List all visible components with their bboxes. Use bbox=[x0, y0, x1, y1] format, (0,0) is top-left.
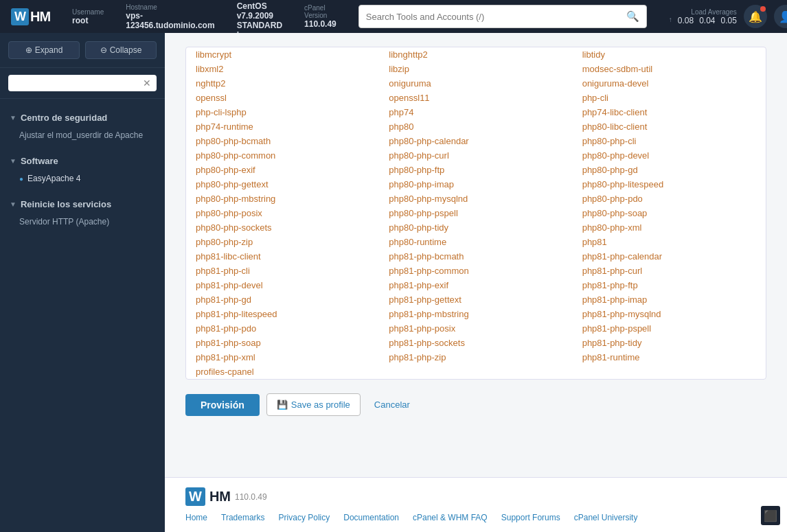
package-link[interactable]: php81-php-pdo bbox=[196, 323, 256, 334]
package-link[interactable]: php80-php-sockets bbox=[196, 222, 272, 233]
footer-link[interactable]: Documentation bbox=[343, 513, 399, 522]
package-link[interactable]: php80-php-mbstring bbox=[196, 194, 275, 204]
package-link[interactable]: php80-runtime bbox=[389, 237, 446, 247]
chevron-down-icon-2: ▼ bbox=[10, 157, 16, 165]
package-link[interactable]: php81-php-imap bbox=[582, 294, 648, 305]
provision-button[interactable]: Provisión bbox=[185, 394, 260, 416]
package-link[interactable]: php81-libc-client bbox=[196, 251, 261, 262]
package-link[interactable]: php80-php-pdo bbox=[582, 194, 643, 204]
package-link[interactable]: oniguruma bbox=[389, 78, 431, 89]
package-link[interactable]: libnghttp2 bbox=[389, 49, 427, 60]
package-link[interactable]: php80-php-imap bbox=[389, 179, 454, 189]
package-link[interactable]: openssl11 bbox=[389, 93, 429, 103]
package-link[interactable]: oniguruma-devel bbox=[582, 78, 649, 89]
package-link[interactable]: php80-libc-client bbox=[582, 122, 648, 132]
package-link[interactable]: profiles-cpanel bbox=[196, 367, 254, 377]
package-link[interactable]: php81-php-posix bbox=[389, 323, 455, 334]
package-link[interactable]: libtidy bbox=[582, 49, 605, 60]
package-link[interactable]: php80-php-bcmath bbox=[196, 136, 271, 146]
package-link[interactable]: php80-php-zip bbox=[196, 237, 253, 247]
sidebar-item-mod-userdir[interactable]: Ajustar el mod_userdir de Apache bbox=[0, 127, 165, 143]
package-link[interactable]: php80-php-exif bbox=[196, 165, 255, 175]
package-link[interactable]: php74 bbox=[389, 107, 413, 117]
package-link[interactable]: php81-php-bcmath bbox=[389, 251, 464, 262]
cancel-button[interactable]: Cancelar bbox=[367, 394, 417, 415]
package-link[interactable]: php81-php-ftp bbox=[582, 280, 638, 290]
package-link[interactable]: php81 bbox=[582, 237, 607, 247]
package-cell: php81-php-xml bbox=[186, 350, 379, 365]
package-link[interactable]: php81-php-calendar bbox=[582, 251, 662, 262]
package-link[interactable]: php74-runtime bbox=[196, 122, 253, 132]
footer-link[interactable]: Trademarks bbox=[221, 513, 265, 522]
package-link[interactable]: php81-php-gettext bbox=[389, 294, 461, 305]
package-link[interactable]: php80-php-cli bbox=[582, 136, 637, 146]
package-link[interactable]: php80-php-curl bbox=[389, 150, 448, 161]
package-link[interactable]: php80 bbox=[389, 122, 413, 132]
package-link[interactable]: php81-php-devel bbox=[196, 280, 263, 290]
footer-link[interactable]: cPanel University bbox=[574, 513, 638, 522]
corner-icon[interactable]: ⬛ bbox=[761, 506, 780, 525]
package-link[interactable]: php80-php-pspell bbox=[389, 208, 457, 218]
package-link[interactable]: php80-php-common bbox=[196, 150, 275, 161]
package-link[interactable]: php80-php-tidy bbox=[389, 222, 448, 233]
package-link[interactable]: php81-php-litespeed bbox=[196, 309, 277, 319]
footer-link[interactable]: cPanel & WHM FAQ bbox=[413, 513, 488, 522]
package-link[interactable]: php81-php-exif bbox=[389, 280, 448, 290]
security-section-label: Centro de seguridad bbox=[21, 113, 107, 123]
package-link[interactable]: openssl bbox=[196, 93, 227, 103]
package-cell: php81-php-gettext bbox=[379, 292, 572, 307]
package-link[interactable]: php81-php-cli bbox=[196, 266, 250, 276]
package-link[interactable]: php81-php-mbstring bbox=[389, 309, 468, 319]
package-link[interactable]: php74-libc-client bbox=[582, 107, 648, 117]
expand-button[interactable]: ⊕ Expand bbox=[8, 41, 80, 59]
search-box[interactable]: 🔍 bbox=[358, 5, 647, 28]
package-link[interactable]: php80-php-calendar bbox=[389, 136, 468, 146]
notifications-button[interactable]: 🔔 bbox=[744, 5, 767, 28]
package-link[interactable]: php81-php-soap bbox=[196, 338, 261, 348]
package-link[interactable]: php81-php-pspell bbox=[582, 323, 651, 334]
package-link[interactable]: php80-php-litespeed bbox=[582, 179, 664, 189]
package-link[interactable]: php80-php-mysqlnd bbox=[389, 194, 468, 204]
sidebar-item-software[interactable]: ▼ Software bbox=[0, 152, 165, 170]
nav-section-reiniciar: ▼ Reinicie los servicios Servidor HTTP (… bbox=[0, 191, 165, 234]
sidebar-item-reiniciar[interactable]: ▼ Reinicie los servicios bbox=[0, 195, 165, 213]
footer-link[interactable]: Privacy Policy bbox=[279, 513, 330, 522]
package-link[interactable]: php80-php-gettext bbox=[196, 179, 269, 189]
package-link[interactable]: php80-php-ftp bbox=[389, 165, 444, 175]
package-link[interactable]: php81-php-gd bbox=[196, 294, 251, 305]
package-link[interactable]: php81-runtime bbox=[582, 352, 640, 362]
package-link[interactable]: libmcrypt bbox=[196, 49, 231, 60]
package-link[interactable]: php81-php-mysqlnd bbox=[582, 309, 661, 319]
sidebar-search-clear[interactable]: ✕ bbox=[143, 78, 151, 89]
package-link[interactable]: php81-php-xml bbox=[196, 352, 255, 362]
search-input[interactable] bbox=[366, 12, 624, 22]
package-link[interactable]: libzip bbox=[389, 64, 409, 74]
sidebar-item-apache[interactable]: Servidor HTTP (Apache) bbox=[0, 213, 165, 230]
footer-link[interactable]: Home bbox=[185, 513, 207, 522]
package-link[interactable]: php80-php-soap bbox=[582, 208, 648, 218]
collapse-button[interactable]: ⊖ Collapse bbox=[85, 41, 157, 59]
sidebar-item-security[interactable]: ▼ Centro de seguridad bbox=[0, 108, 165, 127]
package-link[interactable]: php80-php-posix bbox=[196, 208, 262, 218]
user-menu-button[interactable]: 👤 bbox=[774, 5, 787, 28]
save-profile-button[interactable]: 💾 Save as profile bbox=[266, 393, 361, 416]
nav-section-security: ▼ Centro de seguridad Ajustar el mod_use… bbox=[0, 104, 165, 148]
package-link[interactable]: php81-php-sockets bbox=[389, 338, 465, 348]
package-link[interactable]: php81-php-tidy bbox=[582, 338, 642, 348]
package-link[interactable]: php-cli bbox=[582, 93, 608, 103]
sidebar-search-input[interactable]: EasyApache 4 bbox=[14, 78, 143, 88]
sidebar-item-easyapache4[interactable]: ● EasyApache 4 bbox=[0, 170, 165, 187]
package-link[interactable]: php-cli-lsphp bbox=[196, 107, 247, 117]
package-link[interactable]: php81-php-curl bbox=[582, 266, 642, 276]
topbar-hostname-info: Hostname vps-123456.tudominio.com bbox=[126, 3, 214, 30]
package-link[interactable]: php80-php-xml bbox=[582, 222, 642, 233]
package-link[interactable]: php81-php-common bbox=[389, 266, 468, 276]
sidebar-search-box[interactable]: EasyApache 4 ✕ bbox=[8, 75, 157, 91]
package-link[interactable]: php80-php-gd bbox=[582, 165, 638, 175]
footer-link[interactable]: Support Forums bbox=[501, 513, 560, 522]
package-link[interactable]: libxml2 bbox=[196, 64, 223, 74]
package-link[interactable]: php80-php-devel bbox=[582, 150, 650, 161]
package-link[interactable]: php81-php-zip bbox=[389, 352, 446, 362]
package-link[interactable]: modsec-sdbm-util bbox=[582, 64, 653, 74]
package-link[interactable]: nghttp2 bbox=[196, 78, 225, 89]
